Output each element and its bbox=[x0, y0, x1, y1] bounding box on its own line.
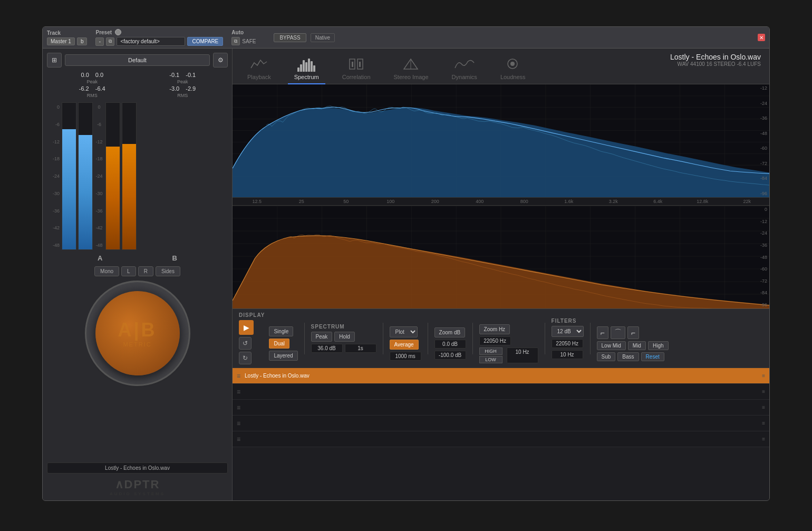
track-value[interactable]: Master 1 bbox=[47, 37, 75, 45]
hold-btn[interactable]: Hold bbox=[334, 332, 355, 342]
playlist-menu-icon-2[interactable]: ≡ bbox=[237, 404, 240, 411]
layered-btn[interactable]: Layered bbox=[269, 351, 297, 361]
sub-btn[interactable]: Sub bbox=[597, 352, 616, 361]
play-btn[interactable]: ▶ bbox=[239, 320, 254, 335]
tab-playback[interactable]: Playback bbox=[241, 53, 277, 84]
bypass-btn[interactable]: BYPASS bbox=[274, 33, 306, 42]
ms1000-val[interactable]: 1000 ms bbox=[390, 352, 421, 361]
filter-hz-top[interactable]: 22050 Hz bbox=[552, 339, 583, 348]
top-bar: Track Master 1 b Preset - ⧉ COMPARE Auto… bbox=[43, 27, 769, 49]
ab-outer-ring[interactable]: A|B METRIC bbox=[85, 281, 190, 386]
b-bar-left-fill bbox=[106, 147, 120, 249]
divider1 bbox=[304, 323, 305, 354]
high-toggle-btn[interactable]: HIGH bbox=[479, 347, 502, 355]
b-bar-right-fill bbox=[122, 144, 136, 249]
a-peak-val2: 0.0 bbox=[95, 72, 103, 78]
controls-bar: DISPLAY ▶ ↺ ↻ bbox=[233, 308, 769, 368]
loudness-icon bbox=[504, 56, 522, 72]
playlist-dots-4[interactable]: ≡ bbox=[762, 436, 765, 442]
spectrum-group: SPECTRUM Peak Hold 36.0 dB 1s bbox=[311, 324, 376, 353]
a-label: A bbox=[98, 254, 102, 262]
high-filter-btn[interactable]: High bbox=[648, 341, 669, 350]
preset-minus-btn[interactable]: - bbox=[95, 37, 104, 46]
zoom-db-bot[interactable]: -100.0 dB bbox=[434, 351, 466, 360]
playlist-menu-icon-0[interactable]: ≡ bbox=[237, 372, 240, 380]
divider2 bbox=[383, 323, 383, 354]
playlist: ≡ Lostly - Echoes in Oslo.wav ≡ ≡ ≡ ≡ ≡ bbox=[233, 368, 769, 447]
track-section: Track Master 1 b bbox=[47, 30, 87, 45]
bass-btn[interactable]: Bass bbox=[617, 352, 639, 361]
db36-val[interactable]: 36.0 dB bbox=[311, 344, 343, 353]
plot-select[interactable]: Plot Line bbox=[390, 326, 418, 337]
dual-btn[interactable]: Dual bbox=[269, 339, 289, 349]
sides-btn[interactable]: Sides bbox=[156, 266, 180, 276]
native-btn[interactable]: Native bbox=[311, 33, 335, 42]
mono-btn[interactable]: Mono bbox=[94, 266, 119, 276]
low-mid-btn[interactable]: Low Mid bbox=[597, 341, 626, 350]
a-rms-val1: -6.2 bbox=[79, 85, 89, 92]
a-bar-left-fill bbox=[62, 129, 76, 249]
filter-type-group: ⌐ ⌒ ⌐ Low Mid Mid High Sub Bass Rese bbox=[597, 316, 669, 361]
meter-gear-btn[interactable]: ⚙ bbox=[213, 53, 228, 67]
spectrum-bottom: 0 -12 -24 -36 -48 -60 -72 -84 -96 bbox=[233, 206, 769, 308]
view-mode-group: Single Dual Layered bbox=[269, 316, 297, 361]
reset-btn[interactable]: Reset bbox=[641, 352, 664, 361]
track-b-btn[interactable]: b bbox=[77, 37, 88, 45]
playlist-menu-icon-4[interactable]: ≡ bbox=[237, 436, 240, 443]
meter-display-select[interactable]: Default bbox=[65, 54, 210, 66]
file-format: WAV bbox=[678, 61, 689, 67]
playlist-dots-1[interactable]: ≡ bbox=[762, 389, 765, 394]
zoom-hz-btn[interactable]: Zoom Hz bbox=[479, 324, 510, 334]
low-toggle-btn[interactable]: LOW bbox=[479, 356, 502, 363]
tab-correlation[interactable]: Correlation bbox=[336, 53, 377, 84]
file-sr: 44100 bbox=[690, 61, 705, 67]
r-btn[interactable]: R bbox=[138, 266, 153, 276]
playlist-dots-0[interactable]: ≡ bbox=[762, 373, 765, 379]
playlist-dots-3[interactable]: ≡ bbox=[762, 420, 765, 426]
divider4 bbox=[472, 323, 473, 354]
s1-val[interactable]: 1s bbox=[345, 344, 376, 353]
tab-spectrum[interactable]: Spectrum bbox=[288, 53, 325, 84]
filter-hp-btn[interactable]: ⌐ bbox=[597, 326, 608, 339]
mid-btn[interactable]: Mid bbox=[628, 341, 646, 350]
zoom-db-btn[interactable]: Zoom dB bbox=[434, 327, 466, 337]
playlist-menu-icon-3[interactable]: ≡ bbox=[237, 420, 240, 427]
filter-lp-btn[interactable]: ⌐ bbox=[627, 326, 639, 339]
zoom-db-top[interactable]: 0.0 dB bbox=[434, 340, 466, 349]
zoom-hz-top[interactable]: 22050 Hz bbox=[479, 336, 511, 345]
tab-spectrum-label: Spectrum bbox=[294, 74, 319, 80]
filters-db-select[interactable]: 12 dB 6 dB 24 dB bbox=[552, 326, 584, 337]
ab-sub: METRIC bbox=[123, 341, 151, 347]
tab-dynamics[interactable]: Dynamics bbox=[446, 53, 484, 84]
peak-btn[interactable]: Peak bbox=[311, 332, 333, 342]
close-btn[interactable]: ✕ bbox=[758, 34, 765, 41]
high-low-toggle: HIGH LOW bbox=[479, 347, 502, 363]
playlist-menu-icon-1[interactable]: ≡ bbox=[237, 388, 240, 395]
average-btn[interactable]: Average bbox=[390, 340, 419, 350]
tab-loudness[interactable]: Loudness bbox=[494, 53, 532, 84]
svg-rect-3 bbox=[359, 62, 361, 67]
filter-hz-bot[interactable]: 10 Hz bbox=[552, 350, 583, 359]
safe-label: SAFE bbox=[242, 38, 256, 44]
spectrum-label: SPECTRUM bbox=[311, 324, 345, 330]
zoom-hz-bot[interactable]: 10 Hz bbox=[507, 347, 538, 363]
auto-icon-btn[interactable]: ⧉ bbox=[231, 37, 240, 45]
spectrum-area: -12 -24 -36 -48 -60 -72 -84 -96 12.5 25 … bbox=[233, 84, 769, 500]
meter-back-btn[interactable]: ⊞ bbox=[47, 53, 62, 67]
file-name: Lostly - Echoes in Oslo.wav bbox=[670, 53, 761, 61]
tab-stereo-image[interactable]: Stereo Image bbox=[388, 53, 435, 84]
vu-scale-left: 0 -6 -12 -18 -24 -30 -36 -42 -48 bbox=[49, 102, 60, 250]
compare-btn[interactable]: COMPARE bbox=[187, 37, 223, 46]
spectrum-icon bbox=[297, 56, 315, 72]
logo-sub: AUDIO SYSTEMS bbox=[47, 491, 228, 496]
l-btn[interactable]: L bbox=[121, 266, 136, 276]
preset-copy-btn[interactable]: ⧉ bbox=[106, 37, 114, 46]
a-bars bbox=[62, 102, 93, 250]
filter-bp-btn[interactable]: ⌒ bbox=[611, 326, 625, 339]
playback-icon bbox=[250, 56, 268, 72]
single-btn[interactable]: Single bbox=[269, 326, 293, 336]
preset-input[interactable] bbox=[117, 37, 185, 46]
refresh-btn2[interactable]: ↻ bbox=[239, 352, 252, 364]
refresh-btn1[interactable]: ↺ bbox=[239, 337, 252, 350]
playlist-dots-2[interactable]: ≡ bbox=[762, 404, 765, 410]
